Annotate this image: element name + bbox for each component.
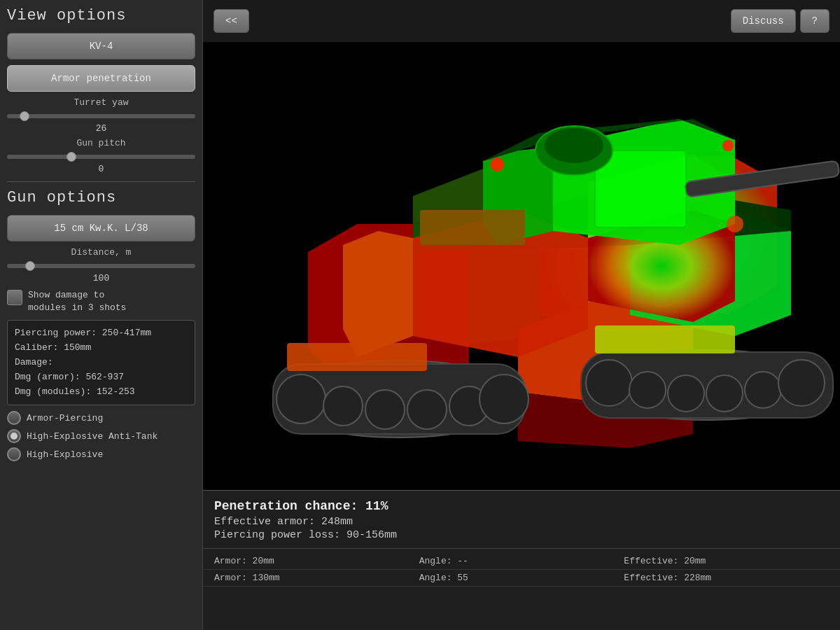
armor-cell-2-angle: Angle: 55 [419,573,624,583]
stat-dmg-modules: Dmg (modules): 152-253 [15,385,188,400]
top-bar: << Discuss ? [203,0,840,42]
armor-cell-2-effective: Effective: 228mm [624,573,829,583]
svg-point-12 [276,374,326,424]
penetration-info: Penetration chance: 11% Effective armor:… [203,491,840,549]
svg-point-22 [668,375,704,412]
armor-table: Armor: 20mm Angle: -- Effective: 20mm Ar… [203,549,840,591]
armor-cell-1-angle: Angle: -- [419,556,624,566]
help-button[interactable]: ? [800,9,830,33]
stat-piercing-power: Piercing power: 250-417mm [15,326,188,341]
ammo-heat-label: High-Explosive Anti-Tank [27,431,158,442]
svg-point-13 [323,386,363,426]
armor-row-1: Armor: 20mm Angle: -- Effective: 20mm [203,553,840,570]
gun-select-button[interactable]: 15 cm Kw.K. L/38 [7,215,195,241]
gun-pitch-label: Gun pitch [7,138,195,148]
svg-point-39 [727,216,743,232]
piercing-power-loss: Piercing power loss: 90-156mm [214,529,829,541]
svg-rect-41 [595,326,735,354]
armor-row-2: Armor: 130mm Angle: 55 Effective: 228mm [203,570,840,587]
svg-point-36 [545,128,603,163]
svg-rect-42 [420,210,525,245]
svg-point-25 [778,360,825,406]
gun-options-title: Gun options [7,189,195,206]
distance-label: Distance, m [7,247,195,258]
tank-select-button[interactable]: KV-4 [7,33,195,59]
distance-section: Distance, m 100 [7,247,195,284]
ammo-he-radio[interactable] [7,447,21,461]
ammo-heat-row: High-Explosive Anti-Tank [7,429,195,443]
distance-slider[interactable] [7,264,195,268]
stat-dmg-armor: Dmg (armor): 562-937 [15,370,188,385]
svg-rect-40 [287,343,427,371]
armor-cell-2-armor: Armor: 130mm [214,573,419,583]
turret-yaw-label: Turret yaw [7,97,195,108]
ammo-he-label: High-Explosive [27,449,103,460]
turret-yaw-slider[interactable] [7,114,195,118]
gun-pitch-section: Gun pitch 0 [7,138,195,174]
svg-point-24 [745,372,781,408]
section-divider-1 [7,181,195,182]
stat-caliber: Caliber: 150mm [15,341,188,356]
bottom-panel: Penetration chance: 11% Effective armor:… [203,490,840,630]
back-button[interactable]: << [214,9,249,33]
left-panel: View options KV-4 Armor penetration Turr… [0,0,203,630]
ammo-ap-row: Armor-Piercing [7,411,195,425]
ammo-ap-radio[interactable] [7,411,21,425]
svg-point-37 [490,158,504,172]
svg-point-23 [706,375,743,412]
discuss-button[interactable]: Discuss [731,9,796,33]
svg-point-17 [479,374,528,424]
effective-armor: Effective armor: 248mm [214,516,829,528]
gun-pitch-slider[interactable] [7,155,195,159]
turret-yaw-value: 26 [7,123,195,134]
armor-cell-1-armor: Armor: 20mm [214,556,419,566]
armor-penetration-button[interactable]: Armor penetration [7,65,195,92]
svg-point-21 [629,372,666,408]
distance-value: 100 [7,273,195,284]
ammo-heat-radio[interactable] [7,429,21,443]
svg-point-15 [407,390,447,429]
ammo-he-row: High-Explosive [7,447,195,461]
top-right-buttons: Discuss ? [731,9,830,33]
ammo-ap-label: Armor-Piercing [27,413,103,424]
stats-box: Piercing power: 250-417mm Caliber: 150mm… [7,320,195,405]
show-damage-checkbox[interactable] [7,290,22,305]
armor-cell-1-effective: Effective: 20mm [624,556,829,566]
svg-point-20 [586,360,632,406]
show-damage-row: Show damage to modules in 3 shots [7,289,195,314]
tank-visualization [203,42,840,490]
gun-pitch-value: 0 [7,164,195,174]
penetration-chance: Penetration chance: 11% [214,499,829,513]
turret-yaw-section: Turret yaw 26 [7,97,195,134]
view-options-title: View options [7,7,195,24]
svg-point-14 [365,390,405,429]
stat-damage: Damage: [15,356,188,370]
svg-point-38 [722,140,734,151]
show-damage-label: Show damage to modules in 3 shots [28,289,126,314]
svg-marker-29 [343,231,413,357]
main-viewport [203,42,840,490]
